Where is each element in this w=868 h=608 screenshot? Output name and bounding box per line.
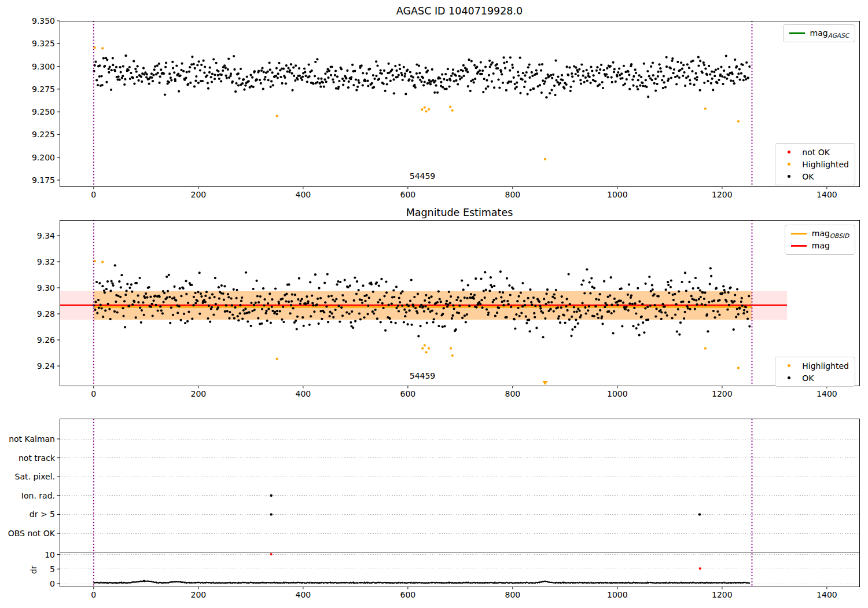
x-ticks: 0200400600800100012001400: [91, 587, 837, 599]
legend-item-highlighted: Highlighted: [781, 158, 849, 170]
highlighted-dot-icon: [781, 364, 797, 367]
x-ticks: 0200400600800100012001400: [91, 386, 837, 398]
svg-text:0: 0: [91, 590, 96, 599]
y-ticks: 9.1759.2009.2259.2509.2759.3009.3259.350: [32, 16, 60, 185]
svg-text:1400: 1400: [816, 389, 837, 398]
ok-points: [93, 54, 751, 98]
obsid-vlines: [94, 419, 752, 587]
obsid-annotation-top: 54459: [410, 171, 436, 181]
svg-text:OBS not OK: OBS not OK: [8, 529, 56, 538]
y-ticks: 9.249.269.289.309.329.34: [37, 231, 60, 371]
svg-text:400: 400: [295, 389, 311, 398]
figure: 02004006008001000120014009.1759.2009.225…: [0, 0, 868, 608]
svg-text:400: 400: [295, 590, 311, 599]
svg-text:9.32: 9.32: [37, 257, 55, 266]
mag-line-swatch-icon: [791, 245, 807, 247]
flag-points: [270, 495, 701, 516]
legend-item-ok: OK: [781, 170, 849, 182]
svg-text:800: 800: [505, 389, 520, 398]
svg-text:dr > 5: dr > 5: [30, 510, 55, 519]
legend-point-classes-middle: Highlighted OK: [775, 357, 855, 387]
svg-text:800: 800: [505, 590, 520, 599]
legend-label: OK: [802, 373, 814, 383]
dr-axis-label: dr: [29, 563, 43, 577]
legend-item-highlighted: Highlighted: [781, 360, 849, 372]
not-ok-dot-icon: [781, 151, 797, 153]
legend-label: not OK: [802, 148, 830, 157]
legend-point-classes-top: not OK Highlighted OK: [775, 143, 855, 185]
svg-text:9.250: 9.250: [32, 107, 55, 116]
legend-label: magOBSID: [812, 229, 849, 239]
svg-text:9.26: 9.26: [37, 335, 55, 345]
legend-item-mag: mag: [791, 240, 849, 252]
svg-text:600: 600: [400, 190, 415, 199]
svg-text:200: 200: [190, 389, 206, 398]
ok-dot-icon: [781, 376, 797, 379]
svg-text:9.225: 9.225: [32, 130, 55, 139]
axes-0: 02004006008001000120014009.1759.2009.225…: [32, 16, 859, 199]
svg-text:9.28: 9.28: [37, 309, 55, 318]
legend-item-mag-obsid: magOBSID: [791, 228, 849, 240]
obsid-vlines: [94, 21, 752, 186]
svg-text:1000: 1000: [607, 590, 628, 599]
svg-text:9.200: 9.200: [32, 153, 55, 162]
plot-title-magnitude-estimates: Magnitude Estimates: [60, 207, 859, 218]
svg-text:5: 5: [50, 565, 55, 574]
svg-text:600: 600: [400, 590, 415, 599]
legend-label: OK: [802, 172, 814, 181]
legend-item-not-ok: not OK: [781, 146, 849, 158]
svg-text:not track: not track: [19, 453, 56, 463]
svg-text:9.24: 9.24: [37, 361, 55, 371]
legend-mag-agasc: magAGASC: [783, 24, 855, 42]
svg-text:0: 0: [50, 579, 55, 588]
svg-text:9.300: 9.300: [32, 62, 55, 71]
svg-text:800: 800: [505, 190, 520, 199]
svg-text:not Kalman: not Kalman: [9, 434, 55, 444]
svg-text:Sat. pixel.: Sat. pixel.: [15, 472, 55, 481]
plots-canvas: 02004006008001000120014009.1759.2009.225…: [0, 0, 868, 608]
legend-mag-lines: magOBSID mag: [785, 225, 855, 255]
plot-title-agasc: AGASC ID 1040719928.0: [60, 5, 859, 17]
grid: [60, 439, 859, 584]
svg-text:9.34: 9.34: [37, 231, 55, 240]
svg-text:9.325: 9.325: [32, 39, 55, 48]
svg-text:1200: 1200: [712, 389, 733, 398]
clipped-point-triangle-down-icon: [542, 381, 547, 385]
svg-text:1000: 1000: [607, 190, 628, 199]
axes-1: 02004006008001000120014009.249.269.289.3…: [37, 220, 859, 398]
mag-obsid-line-swatch-icon: [791, 233, 807, 235]
svg-text:200: 200: [190, 190, 206, 199]
svg-text:1400: 1400: [816, 590, 837, 599]
svg-text:0: 0: [91, 389, 96, 398]
ok-dot-icon: [781, 175, 797, 178]
obsid-annotation-middle: 54459: [410, 371, 436, 380]
highlighted-dot-icon: [781, 163, 797, 166]
svg-text:Ion. rad.: Ion. rad.: [21, 491, 55, 500]
legend-label: Highlighted: [802, 160, 849, 169]
dr-not-ok-points: [270, 553, 701, 570]
dr-series: [93, 580, 750, 584]
svg-text:1200: 1200: [712, 190, 733, 199]
mag-agasc-line-swatch-icon: [789, 32, 805, 34]
svg-text:400: 400: [295, 190, 311, 199]
svg-text:9.350: 9.350: [32, 16, 55, 25]
svg-text:10: 10: [45, 550, 55, 559]
legend-item-ok: OK: [781, 372, 849, 384]
svg-text:1000: 1000: [607, 389, 628, 398]
axes-2: not Kalmannot trackSat. pixel.Ion. rad.d…: [8, 419, 859, 599]
legend-label: mag: [812, 241, 830, 251]
legend-label: Highlighted: [802, 361, 849, 371]
svg-text:1400: 1400: [816, 190, 837, 199]
x-ticks: 0200400600800100012001400: [91, 186, 837, 199]
svg-text:9.275: 9.275: [32, 85, 55, 94]
svg-text:0: 0: [91, 190, 96, 199]
svg-text:9.175: 9.175: [32, 175, 55, 185]
legend-label: magAGASC: [810, 28, 849, 39]
legend-item-mag-agasc: magAGASC: [789, 27, 849, 39]
svg-text:200: 200: [190, 590, 206, 599]
svg-text:9.30: 9.30: [37, 283, 55, 292]
svg-text:600: 600: [400, 389, 415, 398]
svg-text:1200: 1200: [712, 590, 733, 599]
